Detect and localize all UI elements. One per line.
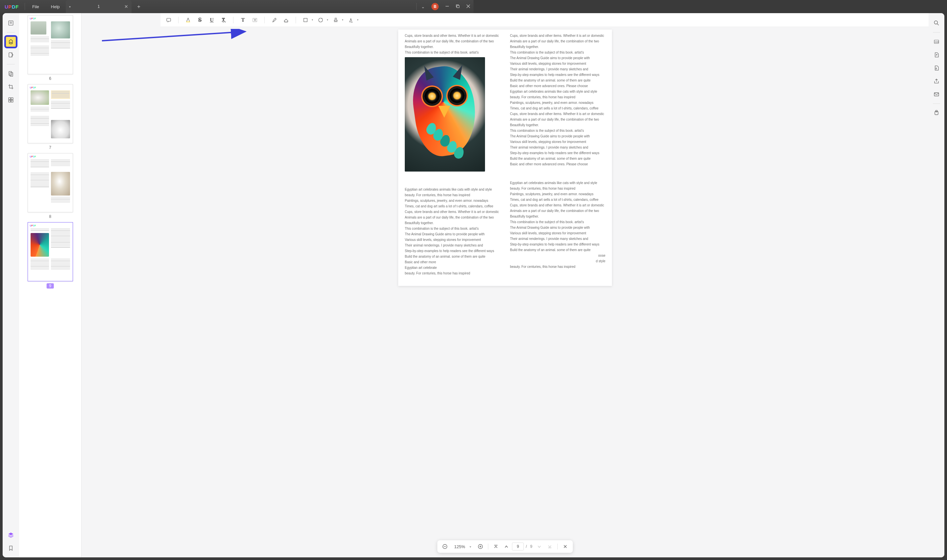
sticky-note-button[interactable] [163,15,174,25]
document-tab[interactable]: ▾ 1 ✕ [66,0,131,13]
tab-favicon-icon: ▾ [69,5,71,9]
tools-button[interactable] [5,94,17,106]
svg-rect-17 [186,22,190,22]
dropdown-icon[interactable]: ▾ [312,18,314,22]
tab-title: 1 [73,4,124,9]
svg-point-23 [319,18,323,22]
svg-rect-22 [304,18,308,22]
dropdown-icon[interactable]: ▾ [327,18,330,22]
thumbnail-item[interactable]: UPDF 6 [22,15,78,81]
window-maximize-button[interactable] [453,4,463,9]
separator [25,3,25,10]
underline-button[interactable]: U [206,15,217,25]
stamp-button[interactable] [330,15,341,25]
window-close-button[interactable] [463,4,473,9]
svg-text:T: T [222,17,225,22]
svg-rect-16 [167,18,171,21]
menu-file[interactable]: File [26,0,45,13]
organize-pages-button[interactable] [5,68,17,80]
dropdown-icon[interactable]: ▾ [357,18,360,22]
tabs-dropdown-icon[interactable]: ⌄ [418,4,428,9]
dropdown-icon[interactable]: ▾ [342,18,345,22]
divider [7,32,15,32]
svg-rect-2 [457,5,459,8]
svg-rect-14 [9,100,11,102]
thumbnail-number: 6 [22,76,78,81]
svg-text:T: T [254,18,256,22]
user-avatar[interactable]: B [431,3,439,10]
separator [178,17,179,23]
app-logo: UPDF [0,4,23,9]
svg-rect-13 [11,98,13,100]
pencil-button[interactable] [269,15,280,25]
squiggly-button[interactable]: T [218,15,229,25]
thumbnail-item[interactable]: UPDF 7 [22,84,78,150]
titlebar: UPDF File Help ▾ 1 ✕ ＋ ⌄ B [0,0,473,13]
separator [296,17,296,23]
svg-rect-15 [11,100,13,102]
svg-rect-8 [10,42,12,44]
thumbnail-item[interactable]: UPDF 9 [22,222,78,280]
thumbnail-number: 7 [22,145,78,150]
left-rail [3,13,19,280]
separator [416,3,417,10]
tab-close-icon[interactable]: ✕ [124,4,128,9]
separator [264,17,265,23]
thumbnail-item[interactable]: UPDF 8 [22,153,78,219]
page-viewport[interactable]: Cups, store brands and other items. Whet… [82,27,473,280]
text-box-button[interactable]: T [249,15,260,25]
sticker-button[interactable] [315,15,326,25]
divider [7,64,15,65]
highlight-button[interactable] [183,15,194,25]
thumbnail-number: 8 [22,214,78,219]
svg-rect-5 [9,21,13,25]
pdf-page: Cups, store brands and other items. Whet… [398,29,473,280]
edit-mode-button[interactable] [5,49,17,61]
reader-mode-button[interactable] [5,17,17,29]
svg-rect-11 [10,72,13,77]
svg-rect-12 [9,98,11,100]
svg-rect-10 [9,71,11,75]
eraser-button[interactable] [280,15,292,25]
signature-button[interactable] [345,15,356,25]
text-button[interactable]: T [237,15,249,25]
page-image [405,57,473,172]
strikethrough-button[interactable]: S̶ [194,15,205,25]
new-tab-button[interactable]: ＋ [131,3,146,10]
comment-mode-button[interactable] [5,36,17,48]
shape-button[interactable] [300,15,311,25]
menu-help[interactable]: Help [45,0,66,13]
annotation-toolbar: S̶ U T T T ▾ ▾ ▾ ▾ [160,13,473,27]
text-column-left: Cups, store brands and other items. Whet… [405,33,473,276]
separator [233,17,234,23]
crop-pages-button[interactable] [5,81,17,93]
main-area: S̶ U T T T ▾ ▾ ▾ ▾ [82,13,473,280]
window-minimize-button[interactable] [442,4,453,9]
thumbnail-panel[interactable]: UPDF 6 UPDF 7 UPDF [19,13,82,280]
